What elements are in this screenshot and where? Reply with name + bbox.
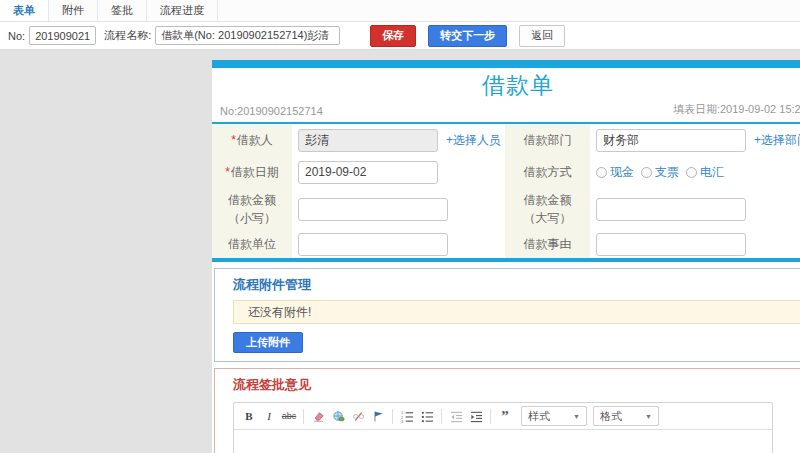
process-name-input[interactable] <box>155 26 340 45</box>
unlink-icon[interactable] <box>348 406 368 426</box>
format-select-label: 格式 <box>600 409 622 424</box>
amount-small-input[interactable] <box>298 198 448 221</box>
page-title: 借款单 <box>212 68 800 102</box>
amount-big-input[interactable] <box>596 198 746 221</box>
amount-big-label: 借款金额（大写） <box>513 191 582 227</box>
no-attachments-alert: 还没有附件! <box>233 300 800 324</box>
style-select-label: 样式 <box>528 409 550 424</box>
back-button[interactable]: 返回 <box>519 25 565 47</box>
reason-label: 借款事由 <box>524 235 572 253</box>
panel-top-accent-bar <box>212 60 800 68</box>
strikethrough-icon[interactable]: abc <box>279 406 299 426</box>
toolbar-separator <box>441 409 442 424</box>
command-bar: No: 流程名称: 保存 转交下一步 返回 <box>0 22 800 50</box>
radio-check-label: 支票 <box>655 164 679 181</box>
chevron-down-icon: ▼ <box>573 413 580 420</box>
method-label-cell: 借款方式 <box>505 156 590 188</box>
svg-text:3: 3 <box>401 418 404 422</box>
borrow-date-value-cell <box>292 156 505 188</box>
reason-value-cell <box>590 230 800 258</box>
radio-circle-icon[interactable] <box>596 167 607 178</box>
toolbar-separator <box>303 409 304 424</box>
required-mark: * <box>225 165 230 179</box>
amount-big-label-cell: 借款金额（大写） <box>505 188 590 230</box>
form-panel: 借款单 No:20190902152714 填表日期:2019-09-02 15… <box>212 60 800 453</box>
bullet-list-icon[interactable] <box>417 406 437 426</box>
process-name-label: 流程名称: <box>104 28 151 43</box>
required-mark: * <box>231 133 236 147</box>
borrower-input[interactable] <box>298 129 438 152</box>
doc-number: No:20190902152714 <box>220 105 323 117</box>
radio-check[interactable]: 支票 <box>641 164 679 181</box>
editor-toolbar: B I abc <box>234 403 772 430</box>
approval-section: 流程签批意见 B I abc <box>214 368 800 453</box>
top-bar: 表单 附件 签批 流程进度 No: 流程名称: 保存 转交下一步 返回 <box>0 0 800 50</box>
reason-input[interactable] <box>596 233 746 256</box>
no-input[interactable] <box>29 26 96 45</box>
no-label: No: <box>8 30 25 42</box>
tab-approval[interactable]: 签批 <box>98 0 147 21</box>
toolbar-separator <box>490 409 491 424</box>
department-input[interactable] <box>596 129 746 152</box>
italic-icon[interactable]: I <box>259 406 279 426</box>
style-select[interactable]: 样式 ▼ <box>521 406 587 426</box>
radio-cash[interactable]: 现金 <box>596 164 634 181</box>
format-select[interactable]: 格式 ▼ <box>593 406 659 426</box>
loan-form-table: *借款人 +选择人员 借款部门 +选择部门 *借款日期 借款方式 现金 <box>212 124 800 258</box>
borrow-date-label-cell: *借款日期 <box>212 156 292 188</box>
unit-input[interactable] <box>298 233 448 256</box>
blockquote-icon[interactable]: ” <box>495 406 515 426</box>
rich-text-editor: B I abc <box>233 402 773 453</box>
remove-format-icon[interactable] <box>308 406 328 426</box>
form-meta-row: No:20190902152714 填表日期:2019-09-02 15:27:… <box>212 102 800 124</box>
borrow-date-input[interactable] <box>298 161 438 184</box>
method-label: 借款方式 <box>524 163 572 181</box>
attachments-section: 流程附件管理 还没有附件! 上传附件 <box>214 268 800 362</box>
link-icon[interactable] <box>328 406 348 426</box>
borrower-value-cell: +选择人员 <box>292 124 505 156</box>
amount-big-value-cell <box>590 188 800 230</box>
chevron-down-icon: ▼ <box>645 413 652 420</box>
anchor-flag-icon[interactable] <box>368 406 388 426</box>
toolbar-separator <box>392 409 393 424</box>
numbered-list-icon[interactable]: 1 2 3 <box>397 406 417 426</box>
approval-section-title: 流程签批意见 <box>233 377 800 392</box>
unit-label: 借款单位 <box>228 235 276 253</box>
select-person-link[interactable]: +选择人员 <box>446 132 501 149</box>
department-value-cell: +选择部门 <box>590 124 800 156</box>
upload-attachment-button[interactable]: 上传附件 <box>233 332 303 353</box>
borrow-date-label: 借款日期 <box>231 165 279 179</box>
outdent-icon[interactable] <box>446 406 466 426</box>
borrower-label-cell: *借款人 <box>212 124 292 156</box>
editor-content-area[interactable] <box>234 430 772 453</box>
bold-icon[interactable]: B <box>239 406 259 426</box>
indent-icon[interactable] <box>466 406 486 426</box>
method-value-cell: 现金 支票 电汇 <box>590 156 800 188</box>
radio-circle-icon[interactable] <box>686 167 697 178</box>
unit-label-cell: 借款单位 <box>212 230 292 258</box>
amount-small-label: 借款金额（小写） <box>220 191 284 227</box>
amount-small-value-cell <box>292 188 505 230</box>
tab-process-progress[interactable]: 流程进度 <box>147 0 218 21</box>
borrower-label: 借款人 <box>237 133 273 147</box>
department-label: 借款部门 <box>524 131 572 149</box>
radio-circle-icon[interactable] <box>641 167 652 178</box>
save-button[interactable]: 保存 <box>370 25 416 47</box>
department-label-cell: 借款部门 <box>505 124 590 156</box>
next-step-button[interactable]: 转交下一步 <box>428 25 507 47</box>
attachments-section-title: 流程附件管理 <box>233 277 800 292</box>
tab-attachments[interactable]: 附件 <box>49 0 98 21</box>
radio-cash-label: 现金 <box>610 164 634 181</box>
borrow-method-radio-group: 现金 支票 电汇 <box>596 164 731 181</box>
radio-wire[interactable]: 电汇 <box>686 164 724 181</box>
amount-small-label-cell: 借款金额（小写） <box>212 188 292 230</box>
select-department-link[interactable]: +选择部门 <box>754 132 800 149</box>
form-bottom-accent-bar <box>212 258 800 262</box>
no-attachments-text: 还没有附件! <box>248 304 311 321</box>
reason-label-cell: 借款事由 <box>505 230 590 258</box>
unit-value-cell <box>292 230 505 258</box>
radio-wire-label: 电汇 <box>700 164 724 181</box>
tab-bar: 表单 附件 签批 流程进度 <box>0 0 800 22</box>
tab-form[interactable]: 表单 <box>0 0 49 21</box>
fill-date: 填表日期:2019-09-02 15:27:1 <box>673 102 800 117</box>
